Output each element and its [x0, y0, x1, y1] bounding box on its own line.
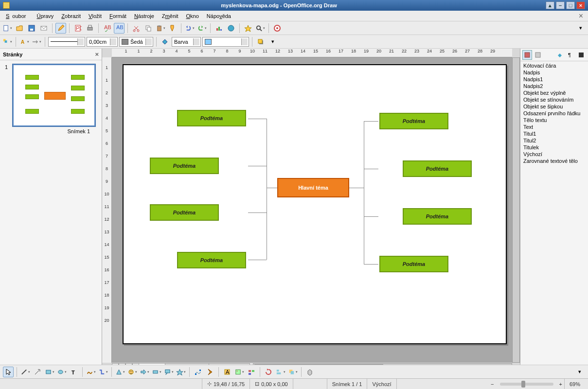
- text-tool[interactable]: T: [69, 367, 79, 377]
- mindmap-main-topic[interactable]: Hlavní téma: [277, 178, 349, 197]
- slide-thumbnail[interactable]: [13, 64, 95, 126]
- style-item[interactable]: Titulek: [520, 144, 588, 151]
- style-item[interactable]: Text: [520, 124, 588, 130]
- page[interactable]: Hlavní téma Podtéma Podtéma Podtéma Podt…: [123, 64, 507, 344]
- edit-button[interactable]: [55, 23, 66, 34]
- menu-file[interactable]: Soubor: [3, 12, 32, 20]
- save-button[interactable]: [26, 23, 37, 34]
- zoom-out-icon[interactable]: −: [489, 381, 496, 387]
- style-item[interactable]: Titul2: [520, 137, 588, 144]
- mindmap-subtopic[interactable]: Podtéma: [150, 204, 219, 221]
- style-item[interactable]: Tělo textu: [520, 117, 588, 124]
- autospell-button[interactable]: ABC: [114, 23, 125, 34]
- select-tool[interactable]: [3, 367, 14, 377]
- callout-tool[interactable]: [163, 367, 174, 377]
- status-layout[interactable]: Výchozí: [367, 379, 396, 389]
- redo-button[interactable]: [196, 23, 207, 34]
- zoom-slider[interactable]: [500, 383, 553, 386]
- line-arrow-tool[interactable]: [32, 367, 43, 377]
- paste-button[interactable]: [155, 23, 166, 34]
- symbol-shapes-tool[interactable]: [127, 367, 138, 377]
- style-item[interactable]: Nadpis: [520, 69, 588, 76]
- mindmap-subtopic[interactable]: Podtéma: [177, 252, 246, 268]
- flowchart-tool[interactable]: [151, 367, 162, 377]
- fill-color-combo[interactable]: [202, 37, 249, 47]
- cut-button[interactable]: [131, 23, 142, 34]
- line-tool[interactable]: [20, 367, 31, 377]
- document-close-button[interactable]: ×: [577, 12, 585, 20]
- window-close-button[interactable]: ×: [576, 1, 585, 9]
- open-button[interactable]: [14, 23, 25, 34]
- line-pattern-combo[interactable]: [48, 37, 85, 47]
- drawing-canvas[interactable]: Hlavní téma Podtéma Podtéma Podtéma Podt…: [112, 57, 512, 363]
- style-item[interactable]: Objekt se stínováním: [520, 96, 588, 103]
- points-tool[interactable]: [193, 367, 203, 377]
- mindmap-subtopic[interactable]: Podtéma: [177, 110, 246, 126]
- window-minimize-button[interactable]: –: [556, 1, 565, 9]
- presentation-styles-icon[interactable]: [533, 50, 543, 60]
- style-item[interactable]: Nadpis1: [520, 76, 588, 83]
- email-button[interactable]: [38, 23, 49, 34]
- menu-modify[interactable]: Změnit: [159, 12, 181, 20]
- mindmap-subtopic[interactable]: Podtéma: [150, 158, 219, 174]
- style-item[interactable]: Nadpis2: [520, 83, 588, 89]
- extrusion-tool[interactable]: [304, 367, 315, 377]
- window-roll-button[interactable]: ▴: [546, 1, 554, 9]
- style-item[interactable]: Zarovnané textové tělo: [520, 158, 588, 164]
- vertical-ruler[interactable]: 11234567891011121314151617181920: [102, 57, 112, 363]
- style-item[interactable]: Titul1: [520, 130, 588, 137]
- hyperlink-button[interactable]: [226, 23, 236, 34]
- chart-button[interactable]: [214, 23, 224, 34]
- style-item[interactable]: Odsazení prvního řádku: [520, 110, 588, 117]
- status-slide[interactable]: Snímek 1 / 1: [327, 379, 368, 389]
- graphic-styles-icon[interactable]: [522, 50, 532, 60]
- gluepoints-tool[interactable]: [205, 367, 215, 377]
- line-width-combo[interactable]: 0,00cm: [87, 37, 118, 47]
- stars-tool[interactable]: [176, 367, 186, 377]
- arrange-button[interactable]: [2, 36, 13, 47]
- menu-help[interactable]: Nápověda: [204, 12, 234, 20]
- menu-insert[interactable]: Vložit: [86, 12, 105, 20]
- fill-style-combo[interactable]: Barva: [172, 37, 201, 47]
- basic-shapes-tool[interactable]: [115, 367, 125, 377]
- horizontal-ruler[interactable]: 1123456789101112131415161718192021222324…: [112, 49, 512, 57]
- new-style-icon[interactable]: ¶: [566, 50, 575, 60]
- zoom-value[interactable]: 69%: [564, 379, 585, 389]
- toolbar-menu-icon[interactable]: ▾: [575, 23, 586, 34]
- mindmap-subtopic[interactable]: Podtéma: [403, 160, 472, 177]
- spellcheck-button[interactable]: ABC: [102, 23, 112, 34]
- menu-view[interactable]: Zobrazit: [58, 12, 84, 20]
- help-button[interactable]: [272, 23, 283, 34]
- styles-list[interactable]: Kótovací čáraNadpisNadpis1Nadpis2Objekt …: [520, 61, 588, 365]
- rectangle-tool[interactable]: [44, 367, 55, 377]
- zoom-button[interactable]: [255, 23, 266, 34]
- zoom-in-icon[interactable]: +: [557, 381, 564, 387]
- menu-window[interactable]: Okno: [183, 12, 202, 20]
- arrow-style-button[interactable]: [31, 36, 42, 47]
- style-item[interactable]: Výchozí: [520, 151, 588, 158]
- style-item[interactable]: Objekt se šipkou: [520, 103, 588, 110]
- shadow-button[interactable]: [255, 36, 266, 47]
- gallery-tool[interactable]: [246, 367, 257, 377]
- fontwork-tool[interactable]: A: [222, 367, 232, 377]
- curve-tool[interactable]: [86, 367, 96, 377]
- menu-tools[interactable]: Nástroje: [131, 12, 157, 20]
- menu-edit[interactable]: Úpravy: [34, 12, 56, 20]
- style-item[interactable]: Objekt bez výplně: [520, 89, 588, 96]
- slides-panel-close-icon[interactable]: ×: [95, 51, 99, 58]
- fill-button[interactable]: [160, 36, 170, 47]
- navigator-button[interactable]: [243, 23, 253, 34]
- menu-format[interactable]: Formát: [107, 12, 129, 20]
- from-file-tool[interactable]: [234, 367, 245, 377]
- connector-tool[interactable]: [98, 367, 108, 377]
- vertical-scrollbar[interactable]: [512, 57, 520, 363]
- block-arrows-tool[interactable]: [139, 367, 150, 377]
- mindmap-subtopic[interactable]: Podtéma: [403, 208, 472, 225]
- rotate-tool[interactable]: [263, 367, 274, 377]
- line-style-button[interactable]: A: [19, 36, 30, 47]
- arrange-tool[interactable]: [287, 367, 298, 377]
- format-paintbrush-button[interactable]: [167, 23, 178, 34]
- update-style-icon[interactable]: [576, 50, 586, 60]
- drawbar-menu-icon[interactable]: ▾: [574, 367, 585, 377]
- mindmap-subtopic[interactable]: Podtéma: [379, 113, 448, 129]
